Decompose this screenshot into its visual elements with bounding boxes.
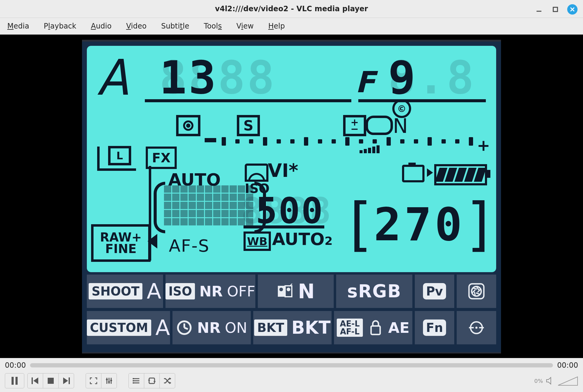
image-quality: RAW+ FINE bbox=[91, 224, 151, 262]
video-area[interactable]: A 8888 13 F 8.8 9 S +− © bbox=[0, 35, 583, 359]
fn-label: Fn bbox=[423, 319, 446, 336]
custom-pill: CUSTOM bbox=[87, 319, 151, 336]
svg-marker-29 bbox=[63, 377, 68, 384]
svg-marker-43 bbox=[148, 380, 150, 381]
wb-label: WB bbox=[244, 231, 271, 251]
seek-bar[interactable] bbox=[30, 363, 553, 367]
camera-icon bbox=[402, 165, 424, 182]
exposure-scale-minus bbox=[205, 138, 216, 142]
time-total: 00:00 bbox=[557, 361, 578, 370]
colorspace-cell: sRGB bbox=[336, 275, 412, 308]
window-title: v4l2:///dev/video2 - VLC media player bbox=[215, 5, 368, 13]
shuffle-button[interactable] bbox=[160, 373, 175, 388]
svg-rect-42 bbox=[133, 382, 134, 384]
svg-rect-36 bbox=[110, 380, 112, 381]
player-controls: 00:00 00:00 0% bbox=[0, 358, 583, 392]
menu-playback[interactable]: Playback bbox=[44, 22, 76, 30]
picture-control: VI* bbox=[268, 160, 298, 181]
svg-point-6 bbox=[279, 288, 283, 291]
speaker-icon[interactable] bbox=[546, 377, 554, 385]
volume-slider[interactable] bbox=[557, 376, 578, 386]
shots-remaining-value: 270 bbox=[374, 198, 465, 251]
svg-rect-40 bbox=[133, 378, 134, 379]
playlist-button[interactable] bbox=[129, 373, 144, 388]
metering-mode-icon bbox=[176, 115, 200, 136]
ael-cell: AE-L AF-L AE bbox=[334, 311, 412, 344]
menu-subtitle[interactable]: Subtitle bbox=[161, 22, 189, 30]
time-elapsed: 00:00 bbox=[5, 361, 26, 370]
fn-cell: Fn bbox=[415, 311, 454, 344]
svg-marker-45 bbox=[169, 377, 171, 380]
clock-icon bbox=[176, 319, 193, 336]
long-exp-nr-cell: NR ON bbox=[172, 311, 251, 344]
pause-button[interactable] bbox=[5, 373, 24, 388]
svg-marker-44 bbox=[153, 380, 156, 382]
ae-label: AE bbox=[388, 319, 410, 336]
svg-marker-27 bbox=[33, 377, 38, 384]
exposure-scale: + bbox=[205, 137, 490, 154]
colorspace-value: sRGB bbox=[347, 281, 401, 302]
image-size-box: L bbox=[97, 147, 136, 171]
shutter-speed: 13 bbox=[159, 51, 218, 104]
svg-marker-47 bbox=[547, 377, 551, 384]
menu-view[interactable]: View bbox=[236, 22, 254, 30]
svg-line-18 bbox=[184, 328, 188, 329]
image-area: FX bbox=[146, 147, 177, 169]
svg-rect-30 bbox=[69, 377, 70, 384]
ael-afl-label: AE-L AF-L bbox=[337, 319, 363, 337]
aperture-icon bbox=[468, 283, 485, 300]
menu-video[interactable]: Video bbox=[126, 22, 146, 30]
aperture-value: 9 bbox=[388, 51, 417, 104]
shoot-bank-value: A bbox=[147, 279, 161, 304]
fullscreen-button[interactable] bbox=[86, 373, 101, 388]
af-point-grid bbox=[164, 185, 253, 225]
nr-label: NR bbox=[199, 283, 223, 300]
nr-state: OFF bbox=[227, 283, 255, 300]
lock-icon bbox=[367, 319, 384, 336]
adl-value: N bbox=[298, 280, 315, 303]
svg-rect-35 bbox=[108, 381, 110, 383]
menubar: Media Playback Audio Video Subtitle Tool… bbox=[0, 18, 583, 35]
previous-button[interactable] bbox=[28, 373, 43, 388]
battery-icon bbox=[434, 164, 487, 185]
wb-value: AUTO2 bbox=[272, 229, 332, 249]
picture-control-icon bbox=[245, 164, 268, 182]
shots-remaining: [ 270 ] bbox=[349, 191, 489, 258]
svg-rect-25 bbox=[15, 377, 18, 385]
svg-point-23 bbox=[476, 327, 478, 329]
svg-point-7 bbox=[287, 288, 290, 291]
aperture-prefix: F bbox=[355, 65, 375, 99]
camera-arrow-icon bbox=[427, 168, 433, 177]
svg-marker-48 bbox=[558, 377, 578, 385]
svg-rect-1 bbox=[553, 7, 557, 12]
menu-tools[interactable]: Tools bbox=[204, 22, 222, 30]
svg-line-12 bbox=[476, 293, 480, 294]
camera-lcd: A 8888 13 F 8.8 9 S +− © bbox=[87, 46, 496, 272]
svg-rect-28 bbox=[48, 378, 54, 384]
extended-settings-button[interactable] bbox=[101, 373, 117, 388]
menu-audio[interactable]: Audio bbox=[91, 22, 111, 30]
volume-percent: 0% bbox=[534, 378, 543, 384]
next-button[interactable] bbox=[59, 373, 74, 388]
svg-marker-46 bbox=[169, 382, 171, 384]
long-nr-state: ON bbox=[225, 319, 247, 336]
exposure-scale-plus: + bbox=[477, 136, 490, 154]
window-close-button[interactable] bbox=[567, 4, 578, 15]
info-row-1: SHOOT A ISO NR OFF N sRGB Pv bbox=[87, 275, 496, 308]
window-titlebar: v4l2:///dev/video2 - VLC media player bbox=[0, 0, 583, 18]
iso-pill: ISO bbox=[165, 283, 195, 299]
svg-rect-34 bbox=[106, 379, 108, 380]
menu-help[interactable]: Help bbox=[268, 22, 285, 30]
exposure-comp-indicator bbox=[366, 116, 393, 135]
exposure-comp-icon: +− bbox=[343, 115, 366, 136]
release-mode: S bbox=[237, 115, 260, 136]
menu-media[interactable]: Media bbox=[7, 22, 29, 30]
long-nr-label: NR bbox=[197, 319, 220, 336]
stop-button[interactable] bbox=[43, 373, 59, 388]
custom-bank-cell: CUSTOM A bbox=[87, 311, 170, 344]
image-size: L bbox=[108, 146, 131, 165]
window-minimize-button[interactable] bbox=[534, 5, 544, 14]
adl-icon bbox=[277, 283, 294, 300]
window-maximize-button[interactable] bbox=[551, 5, 560, 14]
loop-button[interactable] bbox=[144, 373, 160, 388]
